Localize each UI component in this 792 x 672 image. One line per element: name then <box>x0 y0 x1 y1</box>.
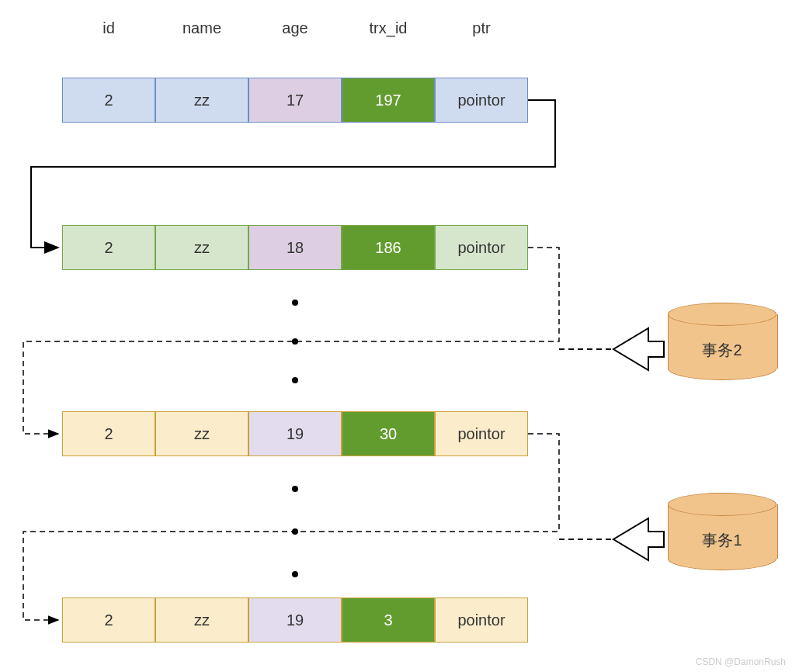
arrow-r2-to-r3 <box>23 434 559 620</box>
svg-point-1 <box>292 338 298 345</box>
arrow-r0-to-r1 <box>31 100 555 248</box>
svg-point-3 <box>292 486 298 492</box>
arrow-r1-to-r2 <box>23 248 559 434</box>
svg-point-4 <box>292 528 298 535</box>
block-arrow-db1 <box>613 518 664 560</box>
ellipsis-dots <box>292 300 298 577</box>
svg-point-5 <box>292 571 298 577</box>
watermark: CSDN @DamonRush <box>696 656 786 667</box>
block-arrow-db2 <box>613 328 664 370</box>
svg-point-2 <box>292 377 298 383</box>
svg-point-0 <box>292 300 298 306</box>
connectors <box>0 0 792 672</box>
